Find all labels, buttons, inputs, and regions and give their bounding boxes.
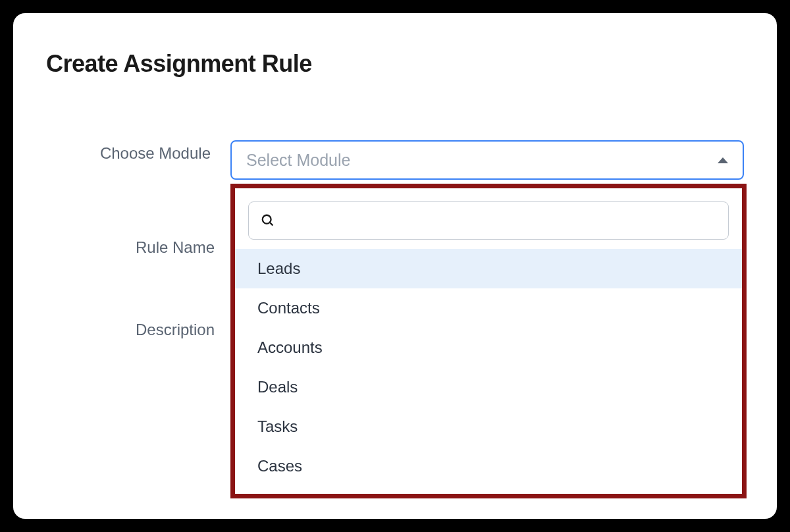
choose-module-label: Choose Module <box>46 140 230 163</box>
page-title: Create Assignment Rule <box>46 50 744 78</box>
module-select-placeholder: Select Module <box>246 151 350 170</box>
module-dropdown: Leads Contacts Accounts Deals Tasks Case… <box>230 184 747 498</box>
module-search-input[interactable] <box>282 212 716 229</box>
description-label: Description <box>46 321 215 339</box>
module-option-list: Leads Contacts Accounts Deals Tasks Case… <box>235 249 742 486</box>
module-option-deals[interactable]: Deals <box>235 367 742 407</box>
module-select[interactable]: Select Module <box>230 140 744 180</box>
svg-line-1 <box>270 223 273 226</box>
rule-name-label: Rule Name <box>46 238 215 257</box>
choose-module-control: Select Module <box>230 140 744 180</box>
module-option-cases[interactable]: Cases <box>235 446 742 486</box>
module-search-box[interactable] <box>248 201 729 240</box>
chevron-up-icon <box>718 157 728 163</box>
svg-point-0 <box>263 215 271 224</box>
module-option-leads[interactable]: Leads <box>235 249 742 288</box>
module-option-contacts[interactable]: Contacts <box>235 288 742 328</box>
choose-module-row: Choose Module Select Module <box>46 140 744 180</box>
create-assignment-rule-card: Create Assignment Rule Choose Module Sel… <box>13 13 777 519</box>
search-icon <box>261 213 275 228</box>
module-option-accounts[interactable]: Accounts <box>235 328 742 367</box>
module-option-tasks[interactable]: Tasks <box>235 407 742 446</box>
